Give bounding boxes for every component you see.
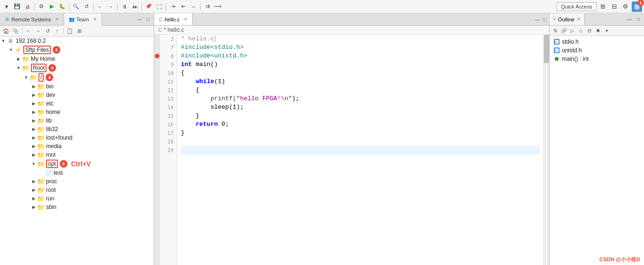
- ptb-back-icon[interactable]: ←: [24, 27, 33, 35]
- otb-link-icon[interactable]: 🔗: [560, 27, 568, 34]
- toolbar-step-btn[interactable]: ⏭: [130, 2, 140, 11]
- media-label: media: [46, 143, 62, 150]
- proc-icon: 📁: [37, 178, 45, 185]
- root-folder-icon: 📁: [22, 64, 29, 72]
- server-icon: 🖥: [7, 37, 14, 45]
- slash-label-box: /: [38, 73, 44, 82]
- tab-hello-c-close[interactable]: ✕: [184, 17, 187, 22]
- ptb-link-icon[interactable]: 📎: [11, 27, 20, 35]
- outline-minimize-btn[interactable]: —: [626, 16, 634, 23]
- otb-collapse-icon[interactable]: ⊟: [586, 27, 593, 34]
- outline-stdio[interactable]: h stdio.h: [550, 38, 644, 46]
- tree-slash-node[interactable]: ▼ 📁 / 4: [0, 73, 154, 82]
- toolbar-pin-btn[interactable]: 📌: [144, 2, 153, 11]
- dev-arrow: ▶: [30, 93, 37, 97]
- tree-myhome-node[interactable]: ▶ 📁 My Home: [0, 55, 154, 63]
- code-line-16: return 0;: [181, 120, 540, 129]
- tab-remote-systems-close[interactable]: ✕: [55, 17, 59, 22]
- tree-lib32-node[interactable]: ▶ 📁 lib32: [0, 125, 154, 133]
- outline-unistd[interactable]: h unistd.h: [550, 46, 644, 55]
- left-panel-minimize-btn[interactable]: —: [136, 16, 143, 23]
- quick-access-button[interactable]: Quick Access: [557, 2, 597, 11]
- ptb-grid-icon[interactable]: ⊞: [75, 27, 84, 35]
- tree-server-node[interactable]: ▼ 🖥 192.168.0.2: [0, 37, 154, 45]
- ptb-sep-2: [63, 28, 64, 34]
- tree-mnt-node[interactable]: ▶ 📁 mnt: [0, 151, 154, 159]
- toolbar-flow2-btn[interactable]: ⇤: [178, 2, 188, 11]
- otb-sort-icon[interactable]: ⇅: [551, 27, 559, 34]
- toolbar-more-btn[interactable]: ⛶: [154, 2, 164, 11]
- toolbar-layout-badge[interactable]: ▦ 1: [632, 1, 642, 12]
- otb-menu-icon[interactable]: ▾: [603, 27, 610, 34]
- line-numbers: 2 7 8 9 10 11 12 13 14 15 16 17 18 19: [160, 35, 177, 265]
- toolbar-forward-btn[interactable]: →: [106, 2, 115, 11]
- tree-opt-node[interactable]: ▼ 📁 opt 5 Ctrl+V: [0, 159, 154, 169]
- left-panel-maximize-btn[interactable]: □: [144, 16, 152, 23]
- editor-minimize-btn[interactable]: —: [534, 16, 541, 23]
- otb-settings-icon[interactable]: ✱: [594, 27, 602, 34]
- tab-remote-systems[interactable]: 🖥 Remote Systems ✕: [0, 13, 64, 25]
- toolbar-save-btn[interactable]: 💾: [12, 2, 22, 11]
- tab-outline-close[interactable]: ✕: [577, 17, 580, 22]
- editor-scrollbar[interactable]: [543, 35, 549, 265]
- toolbar-refresh-btn[interactable]: ↺: [82, 2, 91, 11]
- toolbar-build-btn[interactable]: ⚙: [37, 2, 46, 11]
- toolbar-print-btn[interactable]: 🖨: [23, 2, 32, 11]
- outline-tab-controls: — □: [626, 13, 644, 25]
- tree-root-node[interactable]: ▼ 📁 Root 3: [0, 63, 154, 73]
- toolbar-pause-btn[interactable]: ⏸: [120, 2, 129, 11]
- tree-run-node[interactable]: ▶ 📁 run: [0, 194, 154, 203]
- toolbar-flow3-btn[interactable]: ↔: [189, 2, 198, 11]
- toolbar-settings-btn[interactable]: ⚙: [620, 1, 631, 12]
- tree-test-node[interactable]: ▶ 📄 test: [0, 169, 154, 177]
- toolbar-connect2-btn[interactable]: ⟶: [213, 2, 223, 11]
- toolbar-run-btn[interactable]: ▶: [47, 2, 56, 11]
- scroll-thumb[interactable]: [544, 35, 549, 63]
- breadcrumb-icon: C: [158, 27, 162, 33]
- toolbar-connect1-btn[interactable]: ⇉: [203, 2, 212, 11]
- tree-bin-node[interactable]: ▶ 📁 bin: [0, 82, 154, 91]
- myhome-label: My Home: [31, 56, 55, 62]
- toolbar-debug-btn[interactable]: 🐛: [57, 2, 67, 11]
- lost-arrow: ▶: [30, 135, 37, 140]
- tree-etc-node[interactable]: ▶ 📁 etc: [0, 99, 154, 108]
- left-panel-toolbar: 🏠 📎 ← → ↺ ↑ 📋 ⊞: [0, 26, 154, 37]
- code-area[interactable]: * hello.c #include<stdio.h> #include<uni…: [177, 35, 543, 265]
- otb-filter2-icon[interactable]: ◇: [577, 27, 585, 34]
- toolbar-dropdown-btn[interactable]: ▼: [2, 2, 11, 11]
- toolbar-perspective-btn[interactable]: ⊞: [597, 1, 608, 12]
- bin-arrow: ▶: [30, 84, 37, 89]
- home-icon: 📁: [37, 108, 45, 116]
- tab-outline[interactable]: ≡ Outline ✕: [550, 13, 585, 25]
- tab-team-close[interactable]: ✕: [93, 17, 97, 22]
- tree-lib-node[interactable]: ▶ 📁 lib: [0, 116, 154, 125]
- editor-maximize-btn[interactable]: □: [542, 16, 547, 23]
- code-line-7: #include<stdio.h>: [181, 43, 540, 52]
- tree-sbin-node[interactable]: ▶ 📁 sbin: [0, 203, 154, 211]
- ptb-copy-icon[interactable]: 📋: [65, 27, 74, 35]
- ptb-home-icon[interactable]: 🏠: [2, 27, 10, 35]
- ptb-up-icon[interactable]: ↑: [53, 27, 61, 35]
- right-panel: ≡ Outline ✕ — □ ⇅ 🔗 ▷ ◇ ⊟ ✱ ▾ h: [549, 13, 644, 265]
- tree-dev-node[interactable]: ▶ 📁 dev: [0, 91, 154, 99]
- tree-media-node[interactable]: ▶ 📁 media: [0, 142, 154, 151]
- ptb-refresh-icon[interactable]: ↺: [43, 27, 52, 35]
- tree-home-node[interactable]: ▶ 📁 home: [0, 108, 154, 116]
- outline-maximize-btn[interactable]: □: [635, 16, 642, 23]
- tab-team[interactable]: 👥 Team ✕: [64, 13, 102, 26]
- toolbar-flow1-btn[interactable]: ⇥: [168, 2, 177, 11]
- tree-rootdir-node[interactable]: ▶ 📁 root: [0, 186, 154, 194]
- tree-sftp-node[interactable]: ▼ ⚡ Sftp Files 2: [0, 45, 154, 55]
- otb-filter1-icon[interactable]: ▷: [569, 27, 576, 34]
- tab-hello-c[interactable]: C hello.c ✕: [154, 13, 193, 25]
- toolbar-back-btn[interactable]: ←: [95, 2, 105, 11]
- toolbar-search-btn[interactable]: 🔍: [71, 2, 81, 11]
- outline-main[interactable]: main() : int: [550, 55, 644, 63]
- tree-proc-node[interactable]: ▶ 📁 proc: [0, 177, 154, 186]
- rootdir-label: root: [46, 187, 56, 193]
- tree-lost-node[interactable]: ▶ 📁 lost+found: [0, 133, 154, 142]
- media-icon: 📁: [37, 142, 45, 150]
- ptb-forward-icon[interactable]: →: [34, 27, 42, 35]
- toolbar-window-btn[interactable]: ⊟: [609, 1, 619, 12]
- sbin-icon: 📁: [37, 203, 45, 211]
